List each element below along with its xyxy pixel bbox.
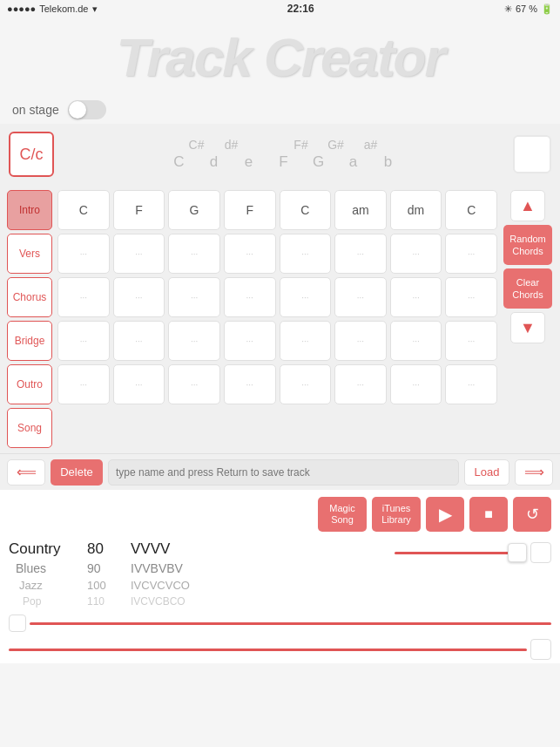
chord-cell-2-1[interactable]: ··· (113, 277, 165, 317)
chord-cell-2-7[interactable]: ··· (445, 277, 497, 317)
section-song[interactable]: Song (7, 408, 52, 448)
chord-cell-2-3[interactable]: ··· (224, 277, 276, 317)
key-e[interactable]: e (240, 153, 259, 171)
on-stage-label: on stage (12, 103, 59, 117)
chord-cell-3-1[interactable]: ··· (113, 321, 165, 361)
chord-cell-0-4[interactable]: C (280, 190, 332, 230)
itunes-library-button[interactable]: iTunes Library (372, 497, 421, 532)
section-intro[interactable]: Intro (7, 190, 52, 230)
chord-cell-0-6[interactable]: dm (390, 190, 442, 230)
chord-cell-2-6[interactable]: ··· (390, 277, 442, 317)
right-actions: ▲ Random Chords Clear Chords ▼ (503, 190, 553, 448)
key-d[interactable]: d (205, 153, 224, 171)
chord-cell-1-0[interactable]: ··· (57, 234, 110, 274)
carrier-label: Telekom.de (39, 3, 88, 14)
chord-cell-2-0[interactable]: ··· (57, 277, 110, 317)
style-list: Country 80 VVVV Blues 90 IVVBVBV Jazz 10… (9, 539, 386, 609)
chord-cell-0-0[interactable]: C (57, 190, 110, 230)
slider-track-2[interactable] (30, 622, 551, 625)
chord-cell-1-6[interactable]: ··· (390, 234, 442, 274)
random-chords-button[interactable]: Random Chords (503, 225, 552, 265)
style-bpm-jazz: 100 (87, 579, 131, 592)
up-arrow-button[interactable]: ▲ (510, 190, 545, 221)
playback-area: Magic Song iTunes Library ▶ ■ ↺ Country … (0, 490, 560, 663)
section-chorus[interactable]: Chorus (7, 277, 52, 317)
chord-cell-1-7[interactable]: ··· (445, 234, 497, 274)
slider-area (395, 539, 551, 563)
slider-track-3[interactable] (9, 649, 527, 651)
key-d-sharp[interactable]: d# (222, 138, 241, 152)
chord-cell-1-3[interactable]: ··· (224, 234, 276, 274)
on-stage-toggle[interactable] (68, 100, 106, 119)
key-c[interactable]: C (170, 153, 189, 171)
style-name-country[interactable]: Country (9, 540, 87, 558)
chord-cell-3-2[interactable]: ··· (168, 321, 220, 361)
chord-cell-3-6[interactable]: ··· (390, 321, 442, 361)
section-outro[interactable]: Outro (7, 364, 52, 404)
section-vers[interactable]: Vers (7, 234, 52, 274)
play-button[interactable]: ▶ (426, 497, 464, 532)
chord-cell-4-2[interactable]: ··· (168, 364, 220, 404)
clear-chords-button[interactable]: Clear Chords (503, 268, 552, 309)
delete-button[interactable]: Delete (51, 459, 103, 486)
chord-cell-1-1[interactable]: ··· (113, 234, 165, 274)
style-row-pop[interactable]: Pop 110 IVCVCBCO (9, 594, 386, 609)
chord-cell-3-3[interactable]: ··· (224, 321, 276, 361)
chord-cell-4-3[interactable]: ··· (224, 364, 276, 404)
on-stage-bar: on stage (0, 96, 560, 124)
chord-cell-3-4[interactable]: ··· (280, 321, 332, 361)
key-b[interactable]: b (379, 153, 398, 171)
slider-knob-1[interactable] (508, 543, 527, 562)
chord-cell-0-1[interactable]: F (113, 190, 165, 230)
style-name-jazz[interactable]: Jazz (9, 579, 87, 592)
chord-cell-1-4[interactable]: ··· (280, 234, 332, 274)
style-name-pop[interactable]: Pop (9, 595, 87, 608)
status-left: ●●●●● Telekom.de ▾ (7, 3, 98, 15)
style-row-blues[interactable]: Blues 90 IVVBVBV (9, 560, 386, 577)
chord-cell-1-2[interactable]: ··· (168, 234, 220, 274)
key-cc-button[interactable]: C/c (9, 132, 54, 177)
chord-cell-4-6[interactable]: ··· (390, 364, 442, 404)
chord-cell-3-5[interactable]: ··· (334, 321, 387, 361)
stop-button[interactable]: ■ (469, 497, 508, 532)
chord-cell-0-5[interactable]: am (334, 190, 387, 230)
chord-cell-0-7[interactable]: C (445, 190, 497, 230)
key-f-sharp[interactable]: F# (292, 138, 311, 152)
down-arrow-button[interactable]: ▼ (510, 312, 545, 343)
key-g-sharp[interactable]: G# (327, 138, 346, 152)
chord-cell-4-5[interactable]: ··· (334, 364, 387, 404)
track-prev-button[interactable]: ⟸ (7, 459, 45, 486)
key-a-sharp[interactable]: a# (361, 138, 381, 152)
chord-cell-1-5[interactable]: ··· (334, 234, 387, 274)
chord-cell-4-4[interactable]: ··· (280, 364, 332, 404)
chord-cell-4-1[interactable]: ··· (113, 364, 165, 404)
section-bridge[interactable]: Bridge (7, 321, 52, 361)
magic-song-button[interactable]: Magic Song (318, 497, 367, 532)
chord-rows: C F G F C am dm C ··· ··· ··· ··· ··· ··… (57, 190, 497, 448)
slider-track-1[interactable] (395, 552, 527, 554)
key-f[interactable]: F (274, 153, 293, 171)
status-right: ✳ 67 % 🔋 (504, 3, 553, 15)
style-row-jazz[interactable]: Jazz 100 IVCVCVCO (9, 577, 386, 594)
chord-cell-2-4[interactable]: ··· (280, 277, 332, 317)
key-a[interactable]: a (344, 153, 363, 171)
style-name-blues[interactable]: Blues (9, 561, 87, 575)
chord-cell-2-5[interactable]: ··· (334, 277, 387, 317)
chord-cell-2-2[interactable]: ··· (168, 277, 220, 317)
load-button[interactable]: Load (464, 459, 509, 486)
key-notes: C# d# F# G# a# C d e F G a b (59, 138, 508, 171)
chord-cell-3-7[interactable]: ··· (445, 321, 497, 361)
chord-row-3: ··· ··· ··· ··· ··· ··· ··· ··· (57, 321, 497, 361)
chord-cell-4-0[interactable]: ··· (57, 364, 110, 404)
track-name-input[interactable] (108, 459, 459, 486)
chord-cell-0-3[interactable]: F (224, 190, 276, 230)
chord-cell-4-7[interactable]: ··· (445, 364, 497, 404)
slider-end-box-3 (530, 639, 551, 660)
chord-cell-0-2[interactable]: G (168, 190, 220, 230)
style-row-country[interactable]: Country 80 VVVV (9, 539, 386, 560)
track-next-button[interactable]: ⟹ (515, 459, 553, 486)
key-g[interactable]: G (309, 153, 328, 171)
key-c-sharp[interactable]: C# (187, 138, 206, 152)
refresh-button[interactable]: ↺ (513, 497, 551, 532)
chord-cell-3-0[interactable]: ··· (57, 321, 110, 361)
